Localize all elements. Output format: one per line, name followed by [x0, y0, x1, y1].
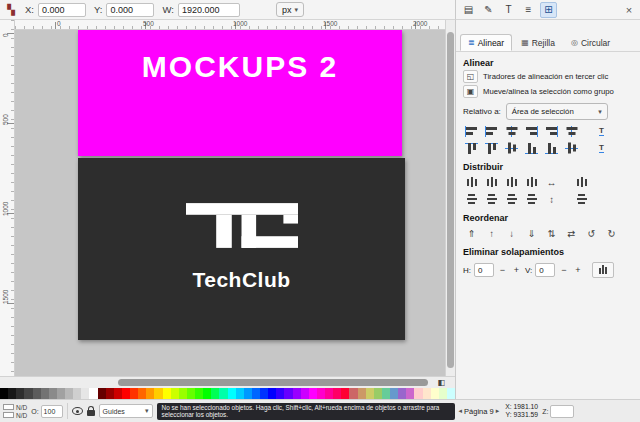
v-gap-input[interactable]: 0	[535, 263, 555, 277]
palette-swatch[interactable]	[390, 388, 398, 399]
brand-text[interactable]: TechClub	[78, 268, 405, 292]
color-palette[interactable]	[0, 388, 455, 399]
align-center-vertical-axis-icon[interactable]	[502, 123, 521, 139]
align-text-vertical-icon[interactable]: T	[592, 140, 611, 156]
palette-swatch[interactable]	[293, 388, 301, 399]
horizontal-scrollbar[interactable]: ◧	[0, 376, 455, 388]
palette-swatch[interactable]	[8, 388, 16, 399]
align-text-horizontal-icon[interactable]: T	[592, 123, 611, 139]
palette-swatch[interactable]	[260, 388, 268, 399]
palette-swatch[interactable]	[268, 388, 276, 399]
align-handles-toggle[interactable]: ◱	[463, 70, 478, 83]
palette-swatch[interactable]	[252, 388, 260, 399]
palette-swatch[interactable]	[228, 388, 236, 399]
vertical-ruler[interactable]: 0 500 1000 1500	[0, 20, 15, 376]
align-center-h-alt-icon[interactable]	[562, 123, 581, 139]
align-right-edges-icon[interactable]	[522, 123, 541, 139]
layer-selector[interactable]: Guides ▾	[99, 404, 153, 418]
restack-ccw-icon[interactable]: ↺	[582, 225, 601, 241]
raise-icon[interactable]: ↑	[482, 225, 501, 241]
palette-swatch[interactable]	[65, 388, 73, 399]
palette-swatch[interactable]	[317, 388, 325, 399]
palette-swatch[interactable]	[423, 388, 431, 399]
palette-swatch[interactable]	[439, 388, 447, 399]
palette-swatch[interactable]	[341, 388, 349, 399]
techclub-logo[interactable]	[186, 203, 298, 248]
palette-swatch[interactable]	[374, 388, 382, 399]
palette-swatch[interactable]	[406, 388, 414, 399]
unclump-v-icon[interactable]	[572, 191, 591, 207]
horizontal-ruler[interactable]: 0 500 1000 1500 2000	[15, 20, 445, 30]
tab-align[interactable]: ≣ Alinear	[460, 34, 512, 51]
distribute-centers-v-icon[interactable]	[482, 191, 501, 207]
palette-swatch[interactable]	[203, 388, 211, 399]
palette-swatch[interactable]	[301, 388, 309, 399]
align-top-edges-icon[interactable]	[482, 140, 501, 156]
palette-swatch[interactable]	[114, 388, 122, 399]
palette-swatch[interactable]	[366, 388, 374, 399]
palette-swatch[interactable]	[244, 388, 252, 399]
opacity-input[interactable]: 100	[41, 405, 63, 418]
relative-to-dropdown[interactable]: Área de selección ▾	[506, 103, 608, 120]
palette-swatch[interactable]	[33, 388, 41, 399]
page-techclub[interactable]: TechClub	[78, 158, 405, 340]
align-bottom-edges-icon[interactable]	[522, 140, 541, 156]
unclump-h-icon[interactable]	[572, 174, 591, 190]
align-top-to-anchor-bottom-icon[interactable]	[542, 140, 561, 156]
raise-to-top-icon[interactable]: ⇑	[462, 225, 481, 241]
palette-swatch[interactable]	[98, 388, 106, 399]
tab-grid[interactable]: ▦ Rejilla	[514, 34, 562, 51]
palette-swatch[interactable]	[382, 388, 390, 399]
palette-swatch[interactable]	[57, 388, 65, 399]
palette-swatch[interactable]	[41, 388, 49, 399]
palette-swatch[interactable]	[163, 388, 171, 399]
close-icon[interactable]: ×	[622, 3, 636, 17]
palette-swatch[interactable]	[81, 388, 89, 399]
palette-swatch[interactable]	[414, 388, 422, 399]
align-center-horizontal-axis-icon[interactable]	[502, 140, 521, 156]
distribute-centers-h-icon[interactable]	[482, 174, 501, 190]
align-center-v-alt-icon[interactable]	[562, 140, 581, 156]
selector-options-icon[interactable]: ▚	[5, 4, 17, 16]
unit-dropdown[interactable]: px ▾	[276, 2, 304, 17]
palette-swatch[interactable]	[398, 388, 406, 399]
align-dialog-icon[interactable]: ⊞	[540, 2, 557, 18]
palette-swatch[interactable]	[130, 388, 138, 399]
remove-gaps-v-icon[interactable]: ↕	[542, 191, 561, 207]
distribute-bottom-edges-icon[interactable]	[502, 191, 521, 207]
prev-page-icon[interactable]: ◂	[459, 407, 463, 415]
palette-swatch[interactable]	[333, 388, 341, 399]
distribute-equal-gaps-v-icon[interactable]	[522, 191, 541, 207]
palette-swatch[interactable]	[309, 388, 317, 399]
restack-cw-icon[interactable]: ↻	[602, 225, 621, 241]
palette-swatch[interactable]	[219, 388, 227, 399]
layers-icon[interactable]: ≡	[520, 2, 537, 18]
text-dialog-icon[interactable]: T	[500, 2, 517, 18]
palette-swatch[interactable]	[325, 388, 333, 399]
palette-swatch[interactable]	[171, 388, 179, 399]
mockup-title-text[interactable]: MOCKUPS 2	[78, 50, 402, 84]
h-gap-minus-button[interactable]: −	[497, 263, 508, 277]
horizontal-scrollbar-thumb[interactable]	[118, 379, 428, 386]
v-gap-plus-button[interactable]: +	[572, 263, 583, 277]
palette-swatch[interactable]	[284, 388, 292, 399]
remove-overlaps-button[interactable]	[592, 262, 614, 278]
fill-stroke-icon[interactable]: ✎	[480, 2, 497, 18]
palette-swatch[interactable]	[236, 388, 244, 399]
zoom-input[interactable]	[550, 405, 574, 418]
next-page-icon[interactable]: ▸	[496, 407, 500, 415]
lower-to-bottom-icon[interactable]: ⇓	[522, 225, 541, 241]
distribute-right-edges-icon[interactable]	[502, 174, 521, 190]
document-properties-icon[interactable]: ▤	[460, 2, 477, 18]
palette-swatch[interactable]	[431, 388, 439, 399]
h-gap-input[interactable]: 0	[474, 263, 494, 277]
tab-circular[interactable]: ◎ Circular	[564, 34, 617, 51]
palette-swatch[interactable]	[211, 388, 219, 399]
palette-swatch[interactable]	[349, 388, 357, 399]
palette-swatch[interactable]	[276, 388, 284, 399]
palette-swatch[interactable]	[187, 388, 195, 399]
layer-lock-icon[interactable]	[87, 410, 95, 416]
exchange-positions-icon[interactable]: ⇄	[562, 225, 581, 241]
palette-swatch[interactable]	[24, 388, 32, 399]
palette-swatch[interactable]	[89, 388, 97, 399]
